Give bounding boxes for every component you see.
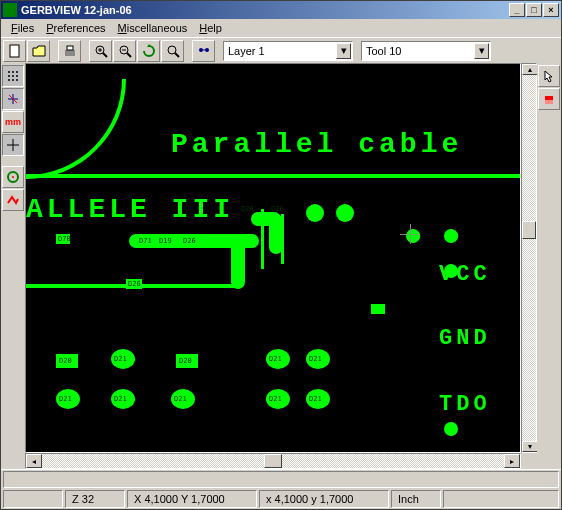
print-button[interactable] [58, 40, 81, 62]
pad-label: D21 [269, 395, 282, 403]
svg-rect-2 [67, 46, 73, 50]
svg-point-20 [16, 75, 18, 77]
pad-label: D19 [446, 232, 459, 240]
svg-rect-31 [545, 100, 553, 104]
left-toolbar: mm [1, 63, 25, 469]
pointer-tool-button[interactable] [538, 65, 560, 87]
zoom-out-button[interactable] [113, 40, 136, 62]
scroll-corner [521, 453, 537, 469]
menubar: Files Preferences Miscellaneous Help [1, 19, 561, 37]
pad-label: D26 [183, 237, 196, 245]
menu-preferences[interactable]: Preferences [40, 20, 111, 36]
menu-help[interactable]: Help [193, 20, 228, 36]
pcb-trace [231, 239, 245, 289]
pcb-silk-text: Parallel cable [171, 129, 462, 160]
new-button[interactable] [3, 40, 26, 62]
maximize-button[interactable]: □ [526, 3, 542, 17]
pad-label: D19 [408, 232, 421, 240]
pad-label: D71 [139, 237, 152, 245]
canvas-wrap: Parallel cable ALLELE III [25, 63, 521, 469]
pad-label: D21 [174, 395, 187, 403]
pad-label: D21 [269, 355, 282, 363]
scroll-thumb[interactable] [522, 221, 536, 239]
status-pane [443, 490, 559, 508]
status-abs-coords: X 4,1000 Y 1,7000 [127, 490, 257, 508]
pad-label: D21 [114, 355, 127, 363]
svg-point-10 [168, 46, 176, 54]
svg-point-23 [16, 79, 18, 81]
svg-rect-1 [65, 50, 75, 56]
pad-label: D26 [128, 280, 141, 288]
canvas[interactable]: Parallel cable ALLELE III [25, 63, 521, 453]
scroll-track[interactable] [522, 75, 536, 441]
close-button[interactable]: × [543, 3, 559, 17]
pcb-pad [336, 204, 354, 222]
svg-line-4 [103, 53, 107, 57]
horizontal-scrollbar[interactable]: ◂ ▸ [25, 453, 521, 469]
pad-label: D21 [59, 395, 72, 403]
unit-mm-button[interactable]: mm [2, 111, 24, 133]
cursor-shape-button[interactable] [2, 134, 24, 156]
pad-label: D20 [59, 357, 72, 365]
svg-line-8 [127, 53, 131, 57]
vertical-scrollbar[interactable]: ▴ ▾ [521, 63, 537, 453]
svg-point-21 [8, 79, 10, 81]
zoom-in-button[interactable] [89, 40, 112, 62]
grid-toggle-button[interactable] [2, 65, 24, 87]
zoom-fit-button[interactable] [161, 40, 184, 62]
svg-point-18 [8, 75, 10, 77]
scroll-thumb[interactable] [264, 454, 282, 468]
pcb-view: Parallel cable ALLELE III [26, 64, 520, 452]
titlebar: GERBVIEW 12-jan-06 _ □ × [1, 1, 561, 19]
pcb-silk-text: TDO [439, 392, 491, 417]
right-column: ▴ ▾ [521, 63, 537, 469]
delete-tool-button[interactable] [538, 88, 560, 110]
svg-point-16 [12, 71, 14, 73]
app-icon [3, 3, 17, 17]
svg-point-12 [199, 48, 203, 52]
scroll-track[interactable] [42, 454, 504, 468]
open-button[interactable] [27, 40, 50, 62]
pcb-pad [371, 304, 385, 314]
scroll-right-button[interactable]: ▸ [504, 454, 520, 468]
pad-label: D26 [241, 205, 254, 213]
menu-miscellaneous[interactable]: Miscellaneous [112, 20, 194, 36]
scroll-left-button[interactable]: ◂ [26, 454, 42, 468]
window-title: GERBVIEW 12-jan-06 [21, 4, 509, 16]
svg-point-15 [8, 71, 10, 73]
pad-label: D21 [309, 355, 322, 363]
dropdown-arrow-icon: ▾ [474, 43, 489, 59]
find-button[interactable] [192, 40, 215, 62]
scroll-down-button[interactable]: ▾ [522, 441, 538, 452]
pcb-trace [281, 214, 284, 264]
toolbar: Layer 1 ▾ Tool 10 ▾ [1, 37, 561, 63]
redraw-button[interactable] [137, 40, 160, 62]
pcb-silk-text: VCC [439, 262, 491, 287]
line-fill-button[interactable] [2, 189, 24, 211]
menu-files[interactable]: Files [5, 20, 40, 36]
polar-toggle-button[interactable] [2, 88, 24, 110]
layer-select-value: Layer 1 [228, 45, 265, 57]
pcb-pad [306, 204, 324, 222]
pad-fill-button[interactable] [2, 166, 24, 188]
minimize-button[interactable]: _ [509, 3, 525, 17]
svg-point-19 [12, 75, 14, 77]
pad-label: D20 [179, 357, 192, 365]
pcb-pad [444, 422, 458, 436]
status-rel-coords: x 4,1000 y 1,7000 [259, 490, 389, 508]
tool-select-value: Tool 10 [366, 45, 401, 57]
status-zoom: Z 32 [65, 490, 125, 508]
app-window: GERBVIEW 12-jan-06 _ □ × Files Preferenc… [0, 0, 562, 510]
status-unit: Inch [391, 490, 441, 508]
svg-point-22 [12, 79, 14, 81]
pad-label: D21 [309, 395, 322, 403]
pcb-silk-text: GND [439, 326, 491, 351]
svg-point-17 [16, 71, 18, 73]
pcb-trace [26, 174, 521, 178]
status-pane [3, 490, 63, 508]
pad-label: D21 [114, 395, 127, 403]
scroll-up-button[interactable]: ▴ [522, 64, 538, 75]
svg-line-11 [175, 53, 179, 57]
tool-select[interactable]: Tool 10 ▾ [361, 41, 491, 61]
layer-select[interactable]: Layer 1 ▾ [223, 41, 353, 61]
